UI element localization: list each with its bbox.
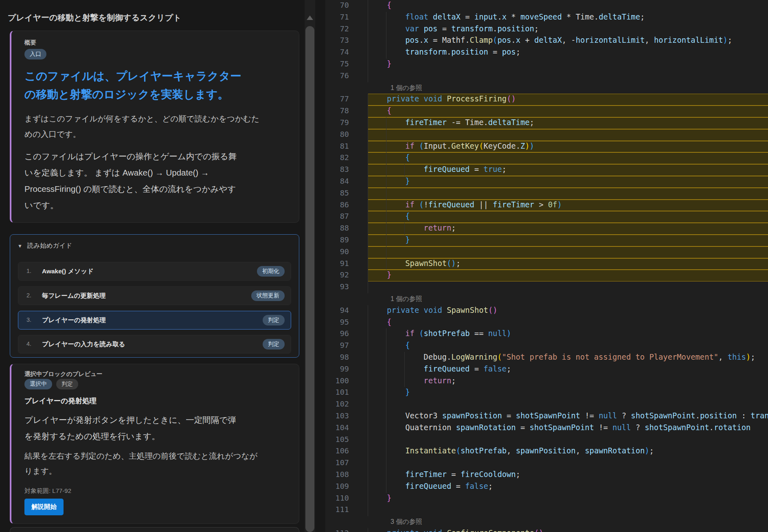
code-text: Quaternion spawnRotation = shotSpawnPoin…: [405, 423, 750, 432]
guide-item-2[interactable]: 2.毎フレームの更新処理状態更新: [18, 286, 291, 305]
kind-badge: 判定: [56, 379, 78, 389]
code-text: {: [405, 341, 410, 350]
indent-guide: [368, 434, 368, 446]
sidebar-scrollbar-thumb[interactable]: [305, 26, 314, 532]
line-number: 79: [325, 118, 349, 127]
code-line-106[interactable]: 106Instantiate(shotPrefab, spawnPosition…: [325, 446, 768, 457]
indent-guide: [368, 246, 368, 258]
code-line-74[interactable]: 74transform.position = pos;: [325, 47, 768, 59]
code-text: var pos = transform.position;: [405, 24, 539, 33]
code-line-88[interactable]: 88return;: [325, 223, 768, 235]
codelens-label[interactable]: 1 個の参照: [391, 295, 422, 303]
indent-guide: [368, 340, 368, 352]
indent-guide: [404, 364, 405, 376]
indent-guide: [386, 200, 386, 211]
code-line-82[interactable]: 82{: [325, 152, 768, 164]
code-line-107[interactable]: 107: [325, 457, 768, 469]
codelens-references[interactable]: 1 個の参照: [325, 293, 768, 305]
start-explanation-button[interactable]: 解説開始: [24, 499, 64, 515]
code-line-90[interactable]: 90: [325, 246, 768, 258]
code-line-86[interactable]: 86if (!fireQueued || fireTimer > 0f): [325, 200, 768, 211]
code-line-91[interactable]: 91SpawnShot();: [325, 258, 768, 270]
code-line-100[interactable]: 100return;: [325, 376, 768, 387]
indent-guide: [386, 235, 386, 246]
code-text: pos.x = Mathf.Clamp(pos.x + deltaX, -hor…: [405, 36, 732, 44]
code-line-77[interactable]: 77private void ProcessFiring(): [325, 94, 768, 106]
codelens-references[interactable]: 3 個の参照: [325, 516, 768, 528]
indent-guide: [386, 141, 386, 153]
code-line-97[interactable]: 97{: [325, 340, 768, 352]
guide-item-4[interactable]: 4.プレイヤーの入力を読み取る判定: [18, 335, 291, 354]
code-text: {: [405, 153, 410, 162]
code-line-92[interactable]: 92}: [325, 270, 768, 281]
codelens-label[interactable]: 1 個の参照: [391, 84, 422, 92]
app-window: プレイヤーの移動と射撃を制御するスクリプト 概要 入口 このファイルは、プレイヤ…: [0, 0, 768, 532]
code-line-98[interactable]: 98Debug.LogWarning("Shot prefab is not a…: [325, 352, 768, 364]
line-number: 106: [325, 446, 349, 455]
code-text: fireQueued = true;: [423, 165, 507, 174]
code-line-83[interactable]: 83fireQueued = true;: [325, 164, 768, 176]
code-line-76[interactable]: 76: [325, 70, 768, 82]
line-number: 105: [325, 435, 349, 444]
indent-guide: [386, 258, 386, 270]
code-line-110[interactable]: 110}: [325, 493, 768, 505]
guide-item-3[interactable]: 3.プレイヤーの発射処理判定: [18, 311, 291, 330]
indent-guide: [368, 305, 368, 317]
code-line-95[interactable]: 95{: [325, 317, 768, 329]
code-text: fireQueued = false;: [423, 365, 511, 373]
line-number: 92: [325, 270, 349, 279]
codelens-references[interactable]: 1 個の参照: [325, 82, 768, 94]
code-line-75[interactable]: 75}: [325, 59, 768, 70]
indent-guide: [368, 12, 368, 24]
code-line-89[interactable]: 89}: [325, 235, 768, 246]
code-line-96[interactable]: 96if (shotPrefab == null): [325, 328, 768, 340]
sidebar-title: プレイヤーの移動と射撃を制御するスクリプト: [8, 12, 182, 23]
code-line-104[interactable]: 104Quaternion spawnRotation = shotSpawnP…: [325, 422, 768, 434]
line-number: 95: [325, 318, 349, 326]
code-text: {: [387, 106, 391, 115]
line-number: 86: [325, 200, 349, 209]
indent-guide: [386, 164, 386, 176]
codelens-label[interactable]: 3 個の参照: [391, 518, 422, 526]
indent-guide: [368, 328, 368, 340]
code-line-102[interactable]: 102: [325, 399, 768, 411]
entry-badge: 入口: [24, 49, 46, 59]
code-line-108[interactable]: 108fireTimer = fireCooldown;: [325, 469, 768, 481]
code-line-99[interactable]: 99fireQueued = false;: [325, 364, 768, 376]
code-line-79[interactable]: 79fireTimer -= Time.deltaTime;: [325, 117, 768, 129]
indent-guide: [368, 364, 368, 376]
code-line-105[interactable]: 105: [325, 434, 768, 446]
code-line-84[interactable]: 84}: [325, 176, 768, 188]
line-number: 78: [325, 106, 349, 115]
code-line-101[interactable]: 101}: [325, 387, 768, 399]
code-line-72[interactable]: 72var pos = transform.position;: [325, 24, 768, 35]
code-line-71[interactable]: 71float deltaX = input.x * moveSpeed * T…: [325, 12, 768, 24]
collapse-triangle-icon: ▼: [18, 243, 22, 249]
indent-guide: [386, 188, 386, 200]
code-line-93[interactable]: 93: [325, 281, 768, 293]
line-number: 101: [325, 388, 349, 396]
indent-guide: [368, 493, 368, 505]
code-editor[interactable]: 70{71float deltaX = input.x * moveSpeed …: [325, 0, 768, 532]
guide-item-1[interactable]: 1.Awake() メソッド初期化: [18, 262, 291, 281]
code-line-103[interactable]: 103Vector3 spawnPosition = shotSpawnPoin…: [325, 411, 768, 422]
line-number: 94: [325, 306, 349, 314]
code-line-109[interactable]: 109fireQueued = false;: [325, 481, 768, 493]
overview-paragraph-1: まずはこのファイルが何をするかと、どの順で読むかをつかむた めの入口です。: [24, 111, 293, 142]
code-line-85[interactable]: 85: [325, 188, 768, 200]
code-line-94[interactable]: 94private void SpawnShot(): [325, 305, 768, 317]
code-line-70[interactable]: 70{: [325, 0, 768, 12]
code-line-112[interactable]: 112private void ConfigureComponents(): [325, 528, 768, 532]
highlighted-line-background: [368, 152, 768, 164]
code-line-73[interactable]: 73pos.x = Mathf.Clamp(pos.x + deltaX, -h…: [325, 35, 768, 47]
scroll-up-arrow-icon[interactable]: [307, 15, 313, 20]
indent-guide: [386, 223, 386, 235]
indent-guide: [368, 235, 368, 246]
code-line-87[interactable]: 87{: [325, 211, 768, 223]
reading-guide-header[interactable]: ▼読み始めガイド: [18, 242, 72, 250]
code-line-81[interactable]: 81if (Input.GetKey(KeyCode.Z)): [325, 141, 768, 153]
line-number: 107: [325, 458, 349, 467]
code-line-80[interactable]: 80: [325, 129, 768, 141]
code-line-111[interactable]: 111: [325, 504, 768, 516]
code-line-78[interactable]: 78{: [325, 106, 768, 117]
